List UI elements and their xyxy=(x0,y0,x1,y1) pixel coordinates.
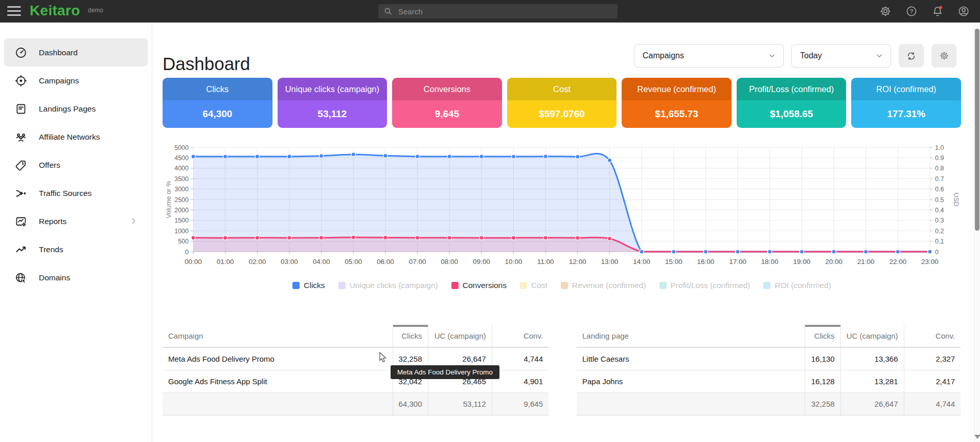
sidebar-item-landings-pages[interactable]: Landings Pages xyxy=(4,95,148,123)
mouse-cursor xyxy=(379,352,389,363)
conv-cell: 2,417 xyxy=(904,370,961,393)
legend-swatch xyxy=(338,282,346,289)
svg-text:19:00: 19:00 xyxy=(793,258,810,266)
user-account-icon[interactable] xyxy=(958,5,970,17)
date-range-select[interactable]: Today xyxy=(791,44,891,68)
totals-uc-cell: 53,112 xyxy=(428,393,492,415)
uc-cell: 13,281 xyxy=(840,370,904,393)
chart-legend: ClicksUnique clicks (campaign)Conversion… xyxy=(163,281,961,290)
svg-text:3000: 3000 xyxy=(174,186,189,193)
legend-swatch xyxy=(561,282,568,289)
legend-item[interactable]: Cost xyxy=(520,281,548,290)
column-header-conv[interactable]: Conv. xyxy=(492,325,549,347)
column-header-campaign[interactable]: Campaign xyxy=(163,325,393,347)
landing-name-cell[interactable]: Papa Johns xyxy=(577,370,805,393)
hamburger-menu-icon[interactable] xyxy=(7,6,21,16)
sidebar-item-label: Dashboard xyxy=(39,48,78,57)
legend-item[interactable]: Clicks xyxy=(292,281,325,290)
scroll-down-arrow-icon[interactable] xyxy=(974,435,980,439)
metric-card-value: 177.31% xyxy=(851,100,961,128)
svg-text:14:00: 14:00 xyxy=(633,258,650,266)
help-icon[interactable]: ? xyxy=(905,5,918,17)
scrollbar-thumb[interactable] xyxy=(975,29,979,231)
sidebar-item-domains[interactable]: Domains xyxy=(4,263,148,292)
sidebar-item-offers[interactable]: $ Offers xyxy=(4,151,148,179)
svg-text:2000: 2000 xyxy=(174,207,189,214)
legend-item[interactable]: Revenue (confirmed) xyxy=(561,281,646,290)
campaign-name-cell[interactable]: Meta Ads Food Delivery Promo xyxy=(163,347,393,370)
svg-text:05:00: 05:00 xyxy=(345,258,362,266)
landing-name-cell[interactable]: Little Caesars xyxy=(577,347,805,370)
chevron-down-icon xyxy=(768,52,776,60)
campaign-name-cell[interactable]: Google Ads Fitness App Split xyxy=(163,370,393,393)
metric-card-clicks: Clicks 64,300 xyxy=(163,78,272,128)
totals-empty-cell xyxy=(163,393,393,415)
sidebar-item-label: Offers xyxy=(39,161,60,170)
totals-uc-cell: 26,647 xyxy=(840,393,904,415)
column-header-uc[interactable]: UC (campaign) xyxy=(840,325,904,347)
sort-indicator xyxy=(393,325,428,327)
totals-clicks-cell: 32,258 xyxy=(805,393,840,415)
legend-swatch xyxy=(520,282,527,289)
dashboard-settings-button[interactable] xyxy=(931,44,956,68)
main-content: Dashboard Campaigns Today Clicks xyxy=(153,23,974,442)
legend-item[interactable]: Unique clicks (campaign) xyxy=(338,281,438,290)
sidebar-item-label: Traffic Sources xyxy=(39,189,92,198)
column-header-uc[interactable]: UC (campaign) xyxy=(428,325,492,347)
notifications-bell-icon[interactable] xyxy=(931,5,944,17)
chart-canvas: 00:0001:0002:0003:0004:0005:0006:0007:00… xyxy=(163,143,961,273)
sidebar-item-affiliate-networks[interactable]: Affiliate Networks xyxy=(4,123,148,151)
metric-card-conversions: Conversions 9,645 xyxy=(392,78,502,128)
totals-conv-cell: 4,744 xyxy=(904,393,961,415)
sidebar-item-label: Trends xyxy=(39,245,63,254)
svg-text:0.1: 0.1 xyxy=(935,238,944,245)
sidebar-item-trends[interactable]: Trends xyxy=(4,235,148,263)
refresh-button[interactable] xyxy=(899,44,924,68)
metric-card-revenue: Revenue (confirmed) $1,655.73 xyxy=(622,78,732,128)
hover-tooltip: Meta Ads Food Delivery Promo xyxy=(391,365,499,379)
sidebar-item-label: Affiliate Networks xyxy=(39,132,100,142)
svg-text:1500: 1500 xyxy=(174,217,189,224)
legend-label: Clicks xyxy=(304,281,325,290)
svg-text:5000: 5000 xyxy=(174,144,189,151)
svg-text:12:00: 12:00 xyxy=(569,258,586,266)
sidebar-item-dashboard[interactable]: Dashboard xyxy=(4,38,148,67)
legend-swatch xyxy=(292,282,300,289)
column-header-landing-page[interactable]: Landing page xyxy=(577,325,805,347)
table-row: Little Caesars 16,130 13,366 2,327 xyxy=(577,347,961,370)
sort-indicator xyxy=(805,325,840,327)
svg-text:16:00: 16:00 xyxy=(697,258,715,266)
legend-swatch xyxy=(451,282,459,289)
svg-text:$: $ xyxy=(22,161,25,166)
svg-text:Volume or %: Volume or % xyxy=(165,181,172,218)
sidebar: Dashboard Campaigns Landings Pages Affil… xyxy=(0,23,152,442)
metric-card-label: Revenue (confirmed) xyxy=(622,78,732,100)
traffic-sources-merge-icon xyxy=(15,187,27,200)
legend-label: ROI (confirmed) xyxy=(774,281,831,290)
table-row: Papa Johns 16,128 13,281 2,417 xyxy=(577,370,961,393)
sidebar-item-traffic-sources[interactable]: Traffic Sources xyxy=(4,179,148,207)
legend-item[interactable]: Profit/Loss (confirmed) xyxy=(659,281,750,290)
grouping-select[interactable]: Campaigns xyxy=(634,44,784,68)
column-header-conv[interactable]: Conv. xyxy=(904,325,961,347)
search-input[interactable] xyxy=(397,7,602,16)
settings-gear-icon[interactable] xyxy=(879,5,892,17)
column-header-clicks[interactable]: Clicks xyxy=(393,325,428,347)
metric-card-unique-clicks: Unique clicks (campaign) 53,112 xyxy=(278,78,388,128)
metric-card-cost: Cost $597.0760 xyxy=(507,78,617,128)
conv-cell: 2,327 xyxy=(904,347,961,370)
sidebar-item-reports[interactable]: Reports xyxy=(4,207,148,235)
search-bar[interactable] xyxy=(378,4,618,18)
legend-item[interactable]: ROI (confirmed) xyxy=(763,281,831,290)
column-header-clicks[interactable]: Clicks xyxy=(805,325,840,347)
notification-badge xyxy=(939,6,942,9)
sidebar-item-campaigns[interactable]: Campaigns xyxy=(4,67,148,95)
svg-text:0.8: 0.8 xyxy=(935,165,944,172)
page-title: Dashboard xyxy=(163,54,250,74)
svg-text:0: 0 xyxy=(185,249,189,256)
svg-text:0.9: 0.9 xyxy=(935,154,944,162)
legend-label: Unique clicks (campaign) xyxy=(350,281,438,290)
grouping-select-value: Campaigns xyxy=(643,51,684,60)
svg-text:18:00: 18:00 xyxy=(761,258,779,266)
legend-item[interactable]: Conversions xyxy=(451,281,507,290)
